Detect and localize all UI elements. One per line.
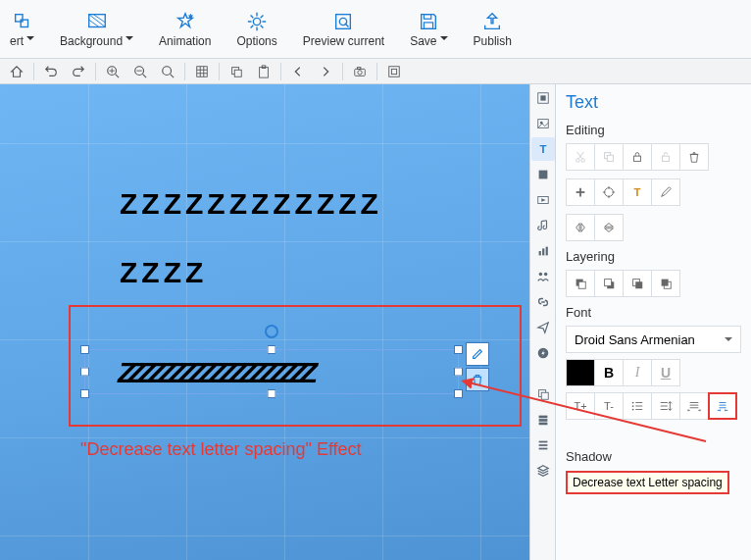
zoom-out-icon[interactable]	[129, 62, 151, 81]
cut-icon[interactable]	[566, 143, 595, 171]
strip-layers2-icon[interactable]	[531, 382, 555, 406]
edit-text-icon[interactable]	[466, 342, 489, 366]
undo-icon[interactable]	[40, 62, 62, 81]
send-back-icon[interactable]	[651, 270, 680, 297]
target-icon[interactable]	[594, 178, 624, 206]
options-button[interactable]: Options	[230, 2, 282, 57]
strip-music-icon[interactable]	[531, 214, 555, 237]
svg-rect-0	[15, 15, 22, 22]
strip-flash-icon[interactable]	[531, 341, 555, 365]
text-tool-icon[interactable]: T	[623, 178, 652, 206]
grid-icon[interactable]	[191, 62, 213, 81]
strip-image-icon[interactable]	[531, 112, 555, 135]
publish-button[interactable]: Publish	[468, 2, 518, 57]
svg-rect-44	[545, 247, 547, 256]
copy-panel-icon[interactable]	[594, 143, 624, 171]
strip-video-icon[interactable]	[531, 188, 555, 212]
svg-point-78	[632, 402, 634, 404]
italic-button[interactable]: I	[623, 359, 652, 386]
canvas[interactable]: ZZZZZZZZZZZZ ZZZZ ZZZZZZZZZZZZZZZZZZZ "D…	[0, 84, 529, 560]
font-color-swatch[interactable]	[566, 359, 595, 386]
resize-handle-s[interactable]	[268, 389, 276, 398]
fullscreen-icon[interactable]	[383, 62, 405, 81]
zoom-in-icon[interactable]	[102, 62, 124, 81]
canvas-text-condensed[interactable]: ZZZZZZZZZZZZZZZZZZZ	[118, 356, 310, 389]
home-icon[interactable]	[6, 62, 27, 81]
strip-stack-icon[interactable]	[531, 408, 555, 432]
svg-rect-75	[635, 281, 642, 288]
strip-link-icon[interactable]	[531, 290, 555, 314]
strip-shape-icon[interactable]	[531, 163, 555, 186]
svg-rect-34	[391, 69, 396, 74]
svg-rect-32	[357, 67, 361, 69]
resize-handle-n[interactable]	[268, 345, 276, 354]
svg-point-80	[632, 409, 634, 411]
canvas-text-line2[interactable]: ZZZZ	[120, 256, 207, 289]
line-spacing-icon[interactable]	[651, 392, 680, 420]
decrease-font-size-button[interactable]: T-	[594, 392, 624, 420]
svg-line-4	[93, 15, 105, 23]
svg-rect-33	[389, 66, 400, 76]
send-backward-icon[interactable]	[623, 270, 652, 297]
svg-point-57	[581, 159, 585, 163]
font-section-label: Font	[566, 305, 741, 320]
svg-text:T: T	[634, 186, 641, 198]
underline-button[interactable]: U	[651, 359, 680, 386]
next-icon[interactable]	[315, 62, 336, 81]
svg-rect-71	[578, 281, 585, 288]
brush-icon[interactable]	[651, 178, 680, 206]
insert-button[interactable]: ert	[4, 2, 40, 57]
flip-h-icon[interactable]	[566, 214, 595, 241]
svg-rect-42	[538, 251, 540, 255]
bold-button[interactable]: B	[594, 359, 624, 386]
strip-plane-icon[interactable]	[531, 316, 555, 339]
strip-list-icon[interactable]	[531, 433, 555, 457]
decrease-letter-spacing-icon[interactable]	[708, 392, 737, 420]
add-icon[interactable]	[566, 178, 595, 206]
delete-panel-icon[interactable]	[679, 143, 709, 171]
svg-rect-28	[260, 67, 269, 77]
delete-icon[interactable]	[466, 368, 489, 391]
bring-forward-icon[interactable]	[594, 270, 624, 297]
canvas-text-line1[interactable]: ZZZZZZZZZZZZ	[120, 187, 382, 221]
bring-front-icon[interactable]	[566, 270, 595, 297]
strip-chart-icon[interactable]	[531, 239, 555, 263]
annotation-caption: "Decrease text letter spacing" Effect	[80, 439, 362, 460]
background-button[interactable]: Background	[54, 2, 139, 57]
resize-handle-ne[interactable]	[454, 345, 463, 354]
preview-button[interactable]: Preview current	[297, 2, 390, 57]
svg-rect-77	[662, 280, 669, 286]
svg-rect-40	[538, 171, 547, 179]
zoom-fit-icon[interactable]	[157, 62, 178, 81]
resize-handle-sw[interactable]	[80, 389, 89, 398]
save-button[interactable]: Save	[404, 2, 453, 57]
lock-icon[interactable]	[623, 143, 652, 171]
resize-handle-nw[interactable]	[80, 345, 89, 354]
animation-button[interactable]: Animation	[153, 2, 217, 57]
resize-handle-w[interactable]	[80, 368, 89, 377]
font-family-select[interactable]: Droid Sans Armenian	[566, 326, 741, 353]
camera-icon[interactable]	[349, 62, 371, 81]
increase-font-size-button[interactable]: T+	[566, 392, 595, 420]
svg-point-31	[358, 70, 362, 74]
layering-section-label: Layering	[566, 249, 741, 264]
increase-letter-spacing-icon[interactable]	[679, 392, 709, 420]
resize-handle-se[interactable]	[454, 389, 463, 398]
unlock-icon[interactable]	[651, 143, 680, 171]
strip-properties-icon[interactable]	[531, 86, 555, 110]
prev-icon[interactable]	[287, 62, 309, 81]
flip-v-icon[interactable]	[594, 214, 624, 241]
save-label: Save	[410, 34, 447, 48]
copy-icon[interactable]	[225, 62, 247, 81]
strip-text-icon[interactable]: T	[531, 137, 555, 161]
redo-icon[interactable]	[68, 62, 89, 81]
svg-point-46	[543, 273, 547, 277]
rotate-handle[interactable]	[265, 325, 278, 338]
svg-text:T: T	[539, 143, 546, 155]
resize-handle-e[interactable]	[454, 368, 463, 377]
strip-layers-icon[interactable]	[531, 459, 555, 483]
bullet-list-icon[interactable]	[623, 392, 652, 420]
paste-icon[interactable]	[253, 62, 275, 81]
secondary-toolbar	[0, 59, 751, 84]
strip-people-icon[interactable]	[531, 265, 555, 288]
